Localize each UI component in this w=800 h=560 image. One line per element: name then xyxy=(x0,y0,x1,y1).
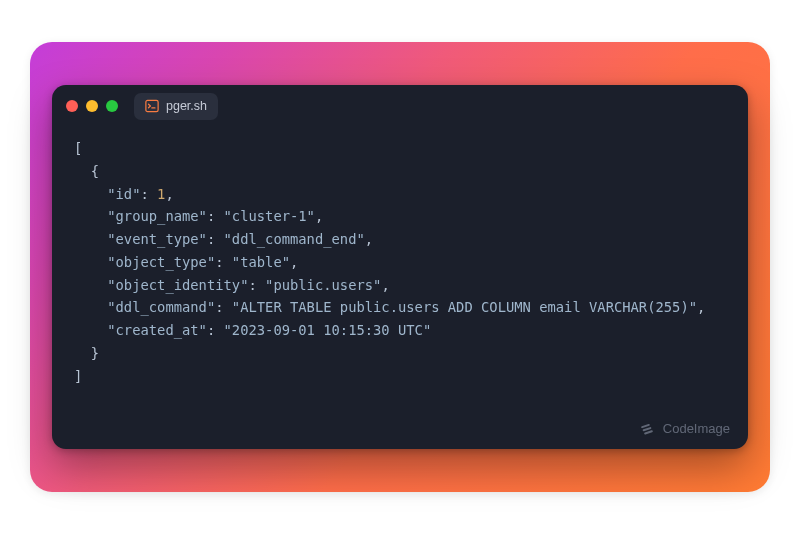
brace-close: } xyxy=(91,345,99,361)
json-string: "ddl_command_end" xyxy=(224,231,365,247)
tab-filename: pger.sh xyxy=(166,99,207,113)
brace-open: { xyxy=(91,163,99,179)
watermark-label: CodeImage xyxy=(663,421,730,436)
json-key: "group_name" xyxy=(107,208,207,224)
codeimage-logo-icon xyxy=(640,420,656,436)
json-key: "ddl_command" xyxy=(107,299,215,315)
json-string: "cluster-1" xyxy=(224,208,315,224)
json-key: "id" xyxy=(107,186,140,202)
window-titlebar: pger.sh xyxy=(52,85,748,127)
json-key: "event_type" xyxy=(107,231,207,247)
maximize-icon[interactable] xyxy=(106,100,118,112)
file-tab[interactable]: pger.sh xyxy=(134,93,218,120)
code-content: [ { "id": 1, "group_name": "cluster-1", … xyxy=(52,127,748,449)
window-controls xyxy=(66,100,118,112)
code-window: pger.sh [ { "id": 1, "group_name": "clus… xyxy=(52,85,748,449)
json-string: "2023-09-01 10:15:30 UTC" xyxy=(224,322,432,338)
bracket-open: [ xyxy=(74,140,82,156)
json-key: "created_at" xyxy=(107,322,207,338)
terminal-icon xyxy=(145,99,159,113)
bracket-close: ] xyxy=(74,368,82,384)
minimize-icon[interactable] xyxy=(86,100,98,112)
json-key: "object_type" xyxy=(107,254,215,270)
json-string: "table" xyxy=(232,254,290,270)
svg-rect-0 xyxy=(146,100,158,111)
watermark: CodeImage xyxy=(640,420,730,436)
json-string: "ALTER TABLE public.users ADD COLUMN ema… xyxy=(232,299,697,315)
close-icon[interactable] xyxy=(66,100,78,112)
json-string: "public.users" xyxy=(265,277,381,293)
gradient-background: pger.sh [ { "id": 1, "group_name": "clus… xyxy=(30,42,770,492)
json-key: "object_identity" xyxy=(107,277,248,293)
